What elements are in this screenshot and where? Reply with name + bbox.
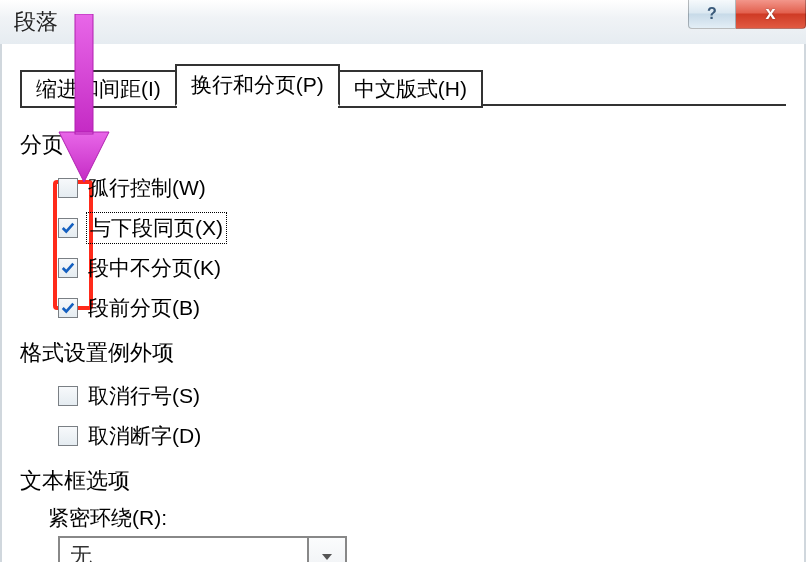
checkbox-icon xyxy=(58,258,78,278)
checkbox-icon xyxy=(58,386,78,406)
formatting-exceptions-options: 取消行号(S) 取消断字(D) xyxy=(58,376,786,456)
tab-indent-spacing[interactable]: 缩进和间距(I) xyxy=(20,70,177,108)
option-keep-lines-together[interactable]: 段中不分页(K) xyxy=(58,248,786,288)
tab-asian-typography[interactable]: 中文版式(H) xyxy=(338,70,483,108)
option-label: 段前分页(B) xyxy=(88,294,200,322)
combobox-dropdown-button[interactable] xyxy=(307,538,345,562)
titlebar-buttons: ? x xyxy=(688,0,806,29)
option-label: 段中不分页(K) xyxy=(88,254,221,282)
option-page-break-before[interactable]: 段前分页(B) xyxy=(58,288,786,328)
svg-marker-4 xyxy=(322,554,332,560)
tab-strip: 缩进和间距(I) 换行和分页(P) 中文版式(H) xyxy=(20,66,786,106)
pagination-options: 孤行控制(W) 与下段同页(X) 段中不分页(K) xyxy=(58,168,786,328)
tab-panel-line-page-breaks: 分页 孤行控制(W) 与下段同页(X) xyxy=(20,106,786,562)
option-keep-with-next[interactable]: 与下段同页(X) xyxy=(58,208,786,248)
option-label: 孤行控制(W) xyxy=(88,174,206,202)
tab-label: 中文版式(H) xyxy=(354,77,467,100)
help-icon: ? xyxy=(707,5,717,23)
group-label-textbox-options: 文本框选项 xyxy=(20,466,786,496)
help-button[interactable]: ? xyxy=(688,0,736,29)
checkbox-icon xyxy=(58,178,78,198)
dialog-client: 缩进和间距(I) 换行和分页(P) 中文版式(H) 分页 孤行控制(W) xyxy=(0,44,806,562)
checkbox-icon xyxy=(58,426,78,446)
option-label: 与下段同页(X) xyxy=(88,214,225,242)
tab-label: 换行和分页(P) xyxy=(191,73,324,96)
tab-label: 缩进和间距(I) xyxy=(36,77,161,100)
checkbox-icon xyxy=(58,298,78,318)
chevron-down-icon xyxy=(321,553,333,561)
option-label: 取消断字(D) xyxy=(88,422,201,450)
close-button[interactable]: x xyxy=(736,0,806,29)
dialog-content: 缩进和间距(I) 换行和分页(P) 中文版式(H) 分页 孤行控制(W) xyxy=(20,66,786,562)
option-label: 取消行号(S) xyxy=(88,382,200,410)
titlebar: 段落 ? x xyxy=(0,0,806,45)
tight-wrap-label: 紧密环绕(R): xyxy=(48,504,786,532)
tight-wrap-combobox[interactable]: 无 xyxy=(58,536,347,562)
option-no-hyphenation[interactable]: 取消断字(D) xyxy=(58,416,786,456)
combobox-value: 无 xyxy=(60,538,307,562)
window-title: 段落 xyxy=(14,7,58,37)
checkbox-icon xyxy=(58,218,78,238)
group-label-pagination: 分页 xyxy=(20,130,786,160)
option-suppress-line-numbers[interactable]: 取消行号(S) xyxy=(58,376,786,416)
tab-line-page-breaks[interactable]: 换行和分页(P) xyxy=(175,64,340,106)
close-icon: x xyxy=(765,3,775,24)
group-label-formatting-exceptions: 格式设置例外项 xyxy=(20,338,786,368)
option-widow-control[interactable]: 孤行控制(W) xyxy=(58,168,786,208)
